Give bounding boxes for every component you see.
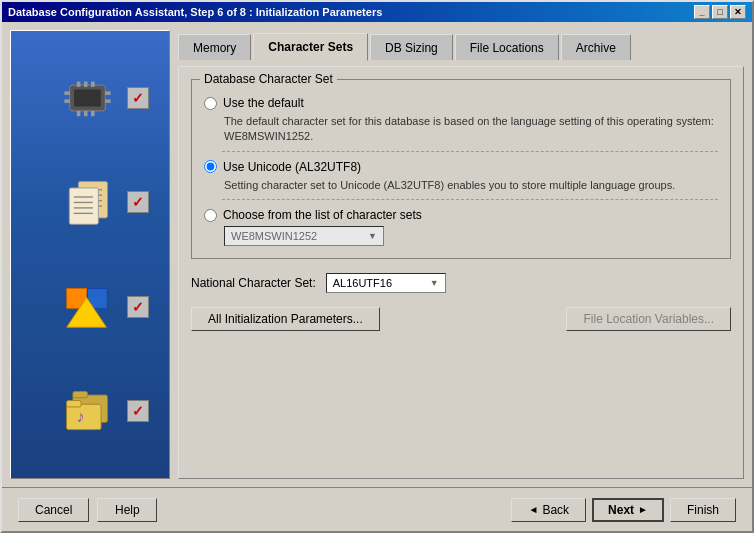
footer-left-buttons: Cancel Help [18,498,157,522]
step-item-2: ✓ [21,177,159,227]
chip-icon [57,73,117,123]
help-button[interactable]: Help [97,498,157,522]
step-item-3: ✓ [21,282,159,332]
svg-rect-6 [83,111,87,116]
charset-dropdown-disabled: WE8MSWIN1252 ▼ [224,226,384,246]
radio-unicode[interactable] [204,160,217,173]
finish-button[interactable]: Finish [670,498,736,522]
radio-default-label[interactable]: Use the default [223,96,304,110]
svg-rect-28 [67,400,82,406]
tab-file-locations[interactable]: File Locations [455,34,559,60]
content-area: Database Character Set Use the default T… [178,66,744,479]
svg-rect-3 [83,82,87,87]
unicode-description: Setting character set to Unicode (AL32UT… [224,178,718,193]
step4-checkmark: ✓ [127,400,149,422]
tabs-bar: Memory Character Sets DB Sizing File Loc… [178,30,744,60]
wizard-steps-panel: ✓ [10,30,170,479]
charset-dropdown-value: WE8MSWIN1252 [231,230,317,242]
files-icon: ♪ [57,386,117,436]
next-arrow-icon: ► [638,504,648,515]
tab-memory[interactable]: Memory [178,34,251,60]
dropdown-arrow-icon: ▼ [368,231,377,241]
title-bar-buttons: _ □ ✕ [694,5,746,19]
svg-rect-11 [105,99,110,103]
files-svg: ♪ [62,386,112,436]
svg-rect-8 [64,91,69,95]
radio-unicode-label[interactable]: Use Unicode (AL32UTF8) [223,160,361,174]
national-charset-value: AL16UTF16 [333,277,392,289]
svg-text:♪: ♪ [77,407,85,425]
main-window: Database Configuration Assistant, Step 6… [0,0,754,533]
tab-character-sets[interactable]: Character Sets [253,33,368,61]
title-bar: Database Configuration Assistant, Step 6… [2,2,752,22]
svg-rect-1 [74,90,101,107]
option-unicode-row: Use Unicode (AL32UTF8) [204,160,718,174]
shapes-svg [62,284,112,329]
tab-db-sizing[interactable]: DB Sizing [370,34,453,60]
national-charset-dropdown[interactable]: AL16UTF16 ▼ [326,273,446,293]
default-description: The default character set for this datab… [224,114,718,145]
national-charset-arrow-icon: ▼ [430,278,439,288]
step1-checkmark: ✓ [127,87,149,109]
shapes-icon [57,282,117,332]
all-init-params-button[interactable]: All Initialization Parameters... [191,307,380,331]
radio-choose-label[interactable]: Choose from the list of character sets [223,208,422,222]
window-content: ✓ [2,22,752,487]
back-arrow-icon: ◄ [528,504,538,515]
close-button[interactable]: ✕ [730,5,746,19]
cancel-button[interactable]: Cancel [18,498,89,522]
next-button[interactable]: Next ► [592,498,664,522]
radio-choose[interactable] [204,209,217,222]
documents-svg [62,177,112,227]
chip-svg [60,78,115,118]
svg-rect-10 [105,91,110,95]
database-character-set-group: Database Character Set Use the default T… [191,79,731,259]
file-location-vars-button[interactable]: File Location Variables... [566,307,731,331]
option-choose-row: Choose from the list of character sets [204,208,718,222]
svg-rect-4 [91,82,95,87]
step2-checkmark: ✓ [127,191,149,213]
right-panel: Memory Character Sets DB Sizing File Loc… [178,30,744,479]
maximize-button[interactable]: □ [712,5,728,19]
svg-rect-9 [64,99,69,103]
tab-archive[interactable]: Archive [561,34,631,60]
minimize-button[interactable]: _ [694,5,710,19]
step3-checkmark: ✓ [127,296,149,318]
group-box-title: Database Character Set [200,72,337,86]
svg-rect-7 [91,111,95,116]
footer: Cancel Help ◄ Back Next ► Finish [2,487,752,531]
window-title: Database Configuration Assistant, Step 6… [8,6,382,18]
documents-icon [57,177,117,227]
option-default-row: Use the default [204,96,718,110]
svg-rect-26 [73,391,88,397]
bottom-area: All Initialization Parameters... File Lo… [191,303,731,335]
svg-rect-5 [76,111,80,116]
back-button[interactable]: ◄ Back [511,498,586,522]
footer-right-buttons: ◄ Back Next ► Finish [511,498,736,522]
svg-rect-17 [69,188,98,224]
radio-default[interactable] [204,97,217,110]
national-charset-row: National Character Set: AL16UTF16 ▼ [191,273,731,293]
step-item-1: ✓ [21,73,159,123]
svg-rect-2 [76,82,80,87]
step-item-4: ♪ ✓ [21,386,159,436]
national-charset-label: National Character Set: [191,276,316,290]
